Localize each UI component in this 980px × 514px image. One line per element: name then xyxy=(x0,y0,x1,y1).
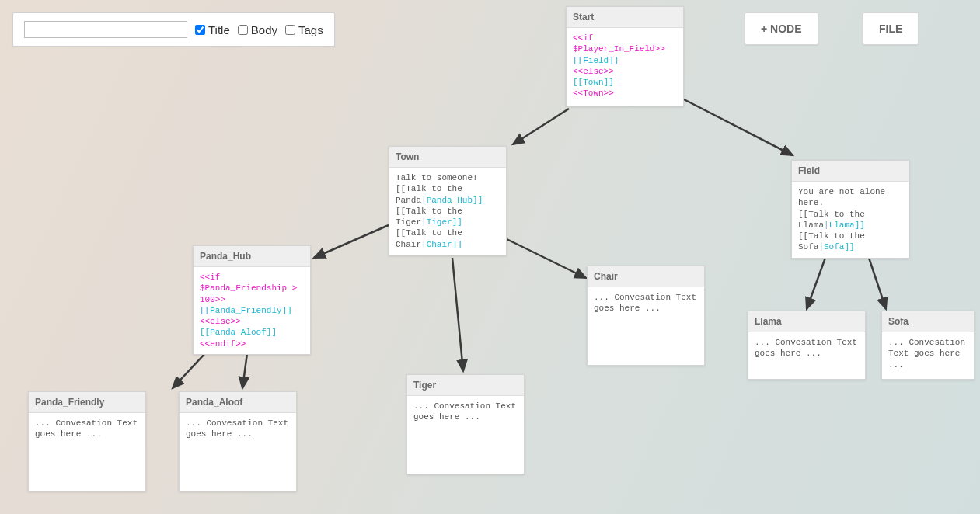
node-field[interactable]: Field You are not alone here. [[Talk to … xyxy=(791,160,909,259)
node-body[interactable]: You are not alone here. [[Talk to the Ll… xyxy=(792,182,909,258)
node-body[interactable]: Talk to someone! [[Talk to the Panda|Pan… xyxy=(389,168,506,255)
node-body[interactable]: ... Convesation Text goes here ... xyxy=(29,413,145,491)
node-title[interactable]: Field xyxy=(792,161,909,182)
svg-line-6 xyxy=(869,258,886,309)
node-body[interactable]: ... Convesation Text goes here ... xyxy=(180,413,296,491)
node-panda-hub[interactable]: Panda_Hub <<if $Panda_Friendship > 100>>… xyxy=(193,245,311,355)
node-body[interactable]: ... Convesation Text goes here ... xyxy=(588,287,704,365)
filter-tags[interactable]: Tags xyxy=(285,23,323,36)
node-tiger[interactable]: Tiger ... Convesation Text goes here ... xyxy=(406,374,525,474)
filter-title[interactable]: Title xyxy=(195,23,230,36)
node-title[interactable]: Llama xyxy=(748,311,865,332)
add-node-button[interactable]: + NODE xyxy=(745,12,818,45)
svg-line-3 xyxy=(452,258,463,371)
svg-line-5 xyxy=(807,258,825,309)
svg-line-0 xyxy=(513,109,569,144)
filter-body-label: Body xyxy=(251,23,277,36)
node-body[interactable]: <<if $Player_In_Field>> [[Field]] <<else… xyxy=(567,28,683,106)
search-input[interactable] xyxy=(24,21,187,38)
node-panda-friendly[interactable]: Panda_Friendly ... Convesation Text goes… xyxy=(28,391,146,491)
node-title[interactable]: Panda_Friendly xyxy=(29,392,145,413)
node-sofa[interactable]: Sofa ... Convesation Text goes here ... xyxy=(881,311,975,380)
node-panda-aloof[interactable]: Panda_Aloof ... Convesation Text goes he… xyxy=(179,391,297,491)
filter-tags-checkbox[interactable] xyxy=(285,25,295,35)
node-llama[interactable]: Llama ... Convesation Text goes here ... xyxy=(748,311,866,380)
node-title[interactable]: Panda_Aloof xyxy=(180,392,296,413)
node-title[interactable]: Sofa xyxy=(882,311,974,332)
svg-line-1 xyxy=(684,99,793,155)
node-title[interactable]: Tiger xyxy=(407,375,524,396)
node-body[interactable]: ... Convesation Text goes here ... xyxy=(748,332,865,379)
node-body[interactable]: ... Convesation Text goes here ... xyxy=(882,332,974,379)
svg-line-4 xyxy=(507,239,586,278)
node-town[interactable]: Town Talk to someone! [[Talk to the Pand… xyxy=(389,146,507,255)
filter-body[interactable]: Body xyxy=(238,23,277,36)
node-chair[interactable]: Chair ... Convesation Text goes here ... xyxy=(587,266,705,366)
node-title[interactable]: Start xyxy=(567,7,683,28)
node-title[interactable]: Town xyxy=(389,147,506,168)
node-title[interactable]: Chair xyxy=(588,266,704,287)
filter-body-checkbox[interactable] xyxy=(238,25,248,35)
filter-tags-label: Tags xyxy=(298,23,323,36)
node-body[interactable]: ... Convesation Text goes here ... xyxy=(407,396,524,474)
filter-title-label: Title xyxy=(208,23,230,36)
node-body[interactable]: <<if $Panda_Friendship > 100>> [[Panda_F… xyxy=(194,267,310,354)
node-start[interactable]: Start <<if $Player_In_Field>> [[Field]] … xyxy=(566,6,684,106)
file-button[interactable]: FILE xyxy=(863,12,919,45)
node-title[interactable]: Panda_Hub xyxy=(194,246,310,267)
search-toolbar: Title Body Tags xyxy=(12,12,335,47)
filter-title-checkbox[interactable] xyxy=(195,25,205,35)
svg-line-2 xyxy=(314,225,389,258)
